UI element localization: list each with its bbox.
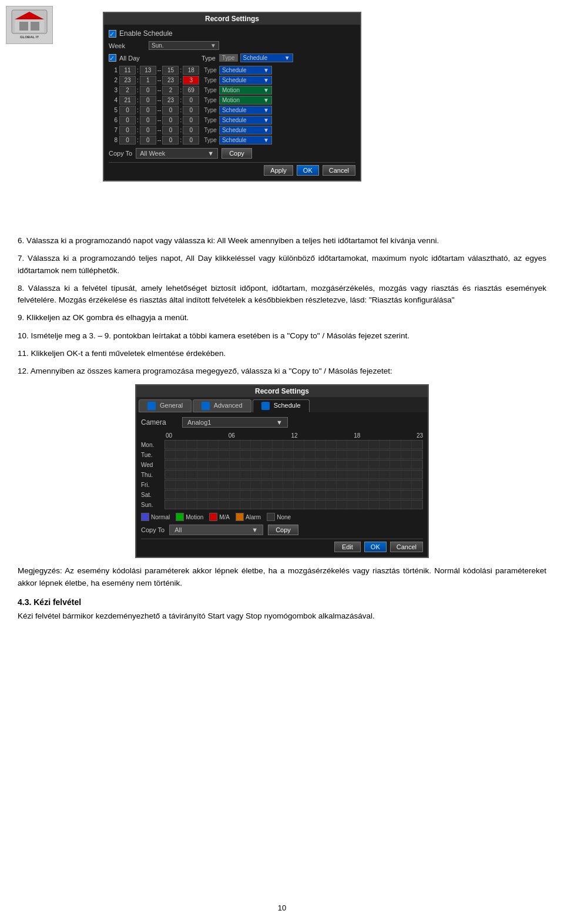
- schedule-row-sat: Sat.: [141, 490, 423, 499]
- fri-cells[interactable]: [164, 480, 423, 489]
- copy-to-row: Copy To All Week ▼ Copy: [109, 148, 355, 159]
- thu-cells[interactable]: [164, 470, 423, 479]
- legend-none: None: [267, 513, 291, 521]
- main-content: 6. Válassza ki a programozandó napot vag…: [18, 235, 546, 628]
- time-row-6: 6 0: 0 -- 0: 0 Type Schedule▼: [109, 116, 355, 125]
- copy-button[interactable]: Copy: [221, 148, 252, 159]
- page-footer: 10: [0, 903, 564, 912]
- tab-advanced[interactable]: Advanced: [193, 399, 251, 412]
- copy-to-dropdown[interactable]: All Week ▼: [136, 148, 218, 159]
- sat-cells[interactable]: [164, 490, 423, 499]
- svg-text:GLOBAL IT: GLOBAL IT: [20, 35, 39, 39]
- ok-button2[interactable]: OK: [364, 542, 387, 552]
- logo-area: GLOBAL IT: [6, 6, 59, 47]
- paragraph-7: 7. Válassza ki a programozandó teljes na…: [18, 253, 546, 277]
- paragraph-9: 9. Klikkeljen az OK gombra és elhagyja a…: [18, 312, 546, 324]
- screenshot2-container: Record Settings General Advanced Schedul…: [135, 384, 429, 558]
- legend-mia: M/A: [209, 513, 230, 521]
- note-text: Megjegyzés: Az esemény kódolási paraméte…: [18, 565, 546, 589]
- edit-button[interactable]: Edit: [334, 542, 361, 552]
- general-tab-icon: [147, 402, 156, 410]
- schedule-row-sun: Sun.: [141, 500, 423, 509]
- schedule-row-tue: Tue.: [141, 450, 423, 459]
- row8-type-dropdown[interactable]: Schedule▼: [219, 136, 272, 145]
- legend-normal: Normal: [141, 513, 170, 521]
- dialog2-body: Camera Analog1 ▼ 00 06 12: [136, 412, 428, 557]
- paragraph-12: 12. Amennyiben az összes kamera programo…: [18, 365, 546, 377]
- dialog2-action-row: Edit OK Cancel: [141, 539, 423, 552]
- copy-to-row2: Copy To All ▼ Copy: [141, 525, 423, 535]
- section-title: 4.3. Kézi felvétel: [18, 597, 546, 607]
- enable-schedule-row: ✓ Enable Schedule: [109, 29, 355, 38]
- week-dropdown-arrow: ▼: [210, 42, 216, 49]
- row4-type-dropdown[interactable]: Motion▼: [219, 96, 272, 105]
- tab-general[interactable]: General: [139, 399, 192, 412]
- allday-row: ✓ All Day Type Type Schedule ▼: [109, 53, 355, 62]
- time-row-5: 5 0: 0 -- 0: 0 Type Schedule▼: [109, 106, 355, 115]
- page-number: 10: [278, 903, 286, 912]
- type-static-label: Type: [202, 55, 216, 62]
- time-row-1: 1 11: 13 -- 15: 18 Type Schedule▼: [109, 66, 355, 75]
- schedule-hours-header: 00 06 12 18 23: [141, 432, 423, 439]
- legend-row: Normal Motion M/A Alarm: [141, 513, 423, 521]
- dialog2-title: Record Settings: [136, 385, 428, 397]
- allday-checkbox[interactable]: ✓: [109, 54, 116, 62]
- copy-to-label: Copy To: [109, 150, 132, 157]
- time-row-8: 8 0: 0 -- 0: 0 Type Schedule▼: [109, 136, 355, 145]
- enable-schedule-label: Enable Schedule: [119, 29, 173, 38]
- advanced-tab-icon: [202, 402, 210, 410]
- schedule-row-mon: Mon.: [141, 440, 423, 449]
- time-rows-container: 1 11: 13 -- 15: 18 Type Schedule▼ 2 23: …: [109, 66, 355, 145]
- legend-alarm: Alarm: [236, 513, 261, 521]
- week-dropdown[interactable]: Sun. ▼: [149, 41, 219, 50]
- sun-cells[interactable]: [164, 500, 423, 509]
- cancel-button2[interactable]: Cancel: [390, 542, 423, 552]
- wed-cells[interactable]: [164, 460, 423, 469]
- camera-dropdown[interactable]: Analog1 ▼: [182, 417, 288, 428]
- allday-type-dropdown[interactable]: Schedule ▼: [240, 53, 293, 62]
- mon-cells[interactable]: [164, 440, 423, 449]
- row7-type-dropdown[interactable]: Schedule▼: [219, 126, 272, 135]
- svg-rect-3: [19, 22, 28, 31]
- time-row-3: 3 2: 0 -- 2: 69 Type Motion▼: [109, 86, 355, 95]
- camera-row: Camera Analog1 ▼: [141, 417, 423, 428]
- schedule-grid: 00 06 12 18 23 Mon.: [141, 432, 423, 509]
- record-settings-dialog1: Record Settings ✓ Enable Schedule Week S…: [103, 12, 361, 182]
- legend-none-box: [267, 513, 275, 521]
- tab-schedule[interactable]: Schedule: [253, 399, 310, 412]
- allday-label: All Day: [119, 55, 155, 62]
- type-label-badge: Type: [219, 54, 238, 62]
- dialog1-title: Record Settings: [104, 13, 360, 25]
- row5-type-dropdown[interactable]: Schedule▼: [219, 106, 272, 115]
- legend-alarm-box: [236, 513, 244, 521]
- tue-cells[interactable]: [164, 450, 423, 459]
- ok-button[interactable]: OK: [297, 165, 319, 176]
- paragraph-11: 11. Klikkeljen OK-t a fenti műveletek el…: [18, 348, 546, 359]
- copy-to-label2: Copy To: [141, 526, 164, 533]
- time-row-7: 7 0: 0 -- 0: 0 Type Schedule▼: [109, 126, 355, 135]
- camera-label: Camera: [141, 418, 182, 426]
- screenshot1-container: Record Settings ✓ Enable Schedule Week S…: [103, 12, 361, 182]
- copy-to-dropdown2[interactable]: All ▼: [169, 525, 263, 535]
- paragraph-8: 8. Válassza ki a felvétel típusát, amely…: [18, 283, 546, 307]
- svg-rect-4: [31, 22, 39, 31]
- row6-type-dropdown[interactable]: Schedule▼: [219, 116, 272, 125]
- row1-type-dropdown[interactable]: Schedule▼: [219, 66, 272, 75]
- dialog2-tabs: General Advanced Schedule: [136, 397, 428, 412]
- svg-rect-2: [15, 19, 44, 32]
- paragraph-10: 10. Ismételje meg a 3. – 9. pontokban le…: [18, 330, 546, 342]
- section-body: Kézi felvétel bármikor kezdeményezhető a…: [18, 610, 546, 622]
- schedule-tab-icon: [261, 402, 270, 410]
- schedule-row-wed: Wed: [141, 460, 423, 469]
- paragraph-6: 6. Válassza ki a programozandó napot vag…: [18, 235, 546, 247]
- time-row-2: 2 23: 1 -- 23: 3 Type Schedule▼: [109, 76, 355, 85]
- company-logo: GLOBAL IT: [6, 6, 53, 44]
- copy-button2[interactable]: Copy: [268, 525, 298, 535]
- apply-button[interactable]: Apply: [264, 165, 293, 176]
- week-row: Week Sun. ▼: [109, 41, 355, 50]
- cancel-button[interactable]: Cancel: [323, 165, 355, 176]
- hours-labels: 00 06 12 18 23: [164, 432, 423, 439]
- row2-type-dropdown[interactable]: Schedule▼: [219, 76, 272, 85]
- enable-schedule-checkbox[interactable]: ✓: [109, 30, 116, 38]
- row3-type-dropdown[interactable]: Motion▼: [219, 86, 272, 95]
